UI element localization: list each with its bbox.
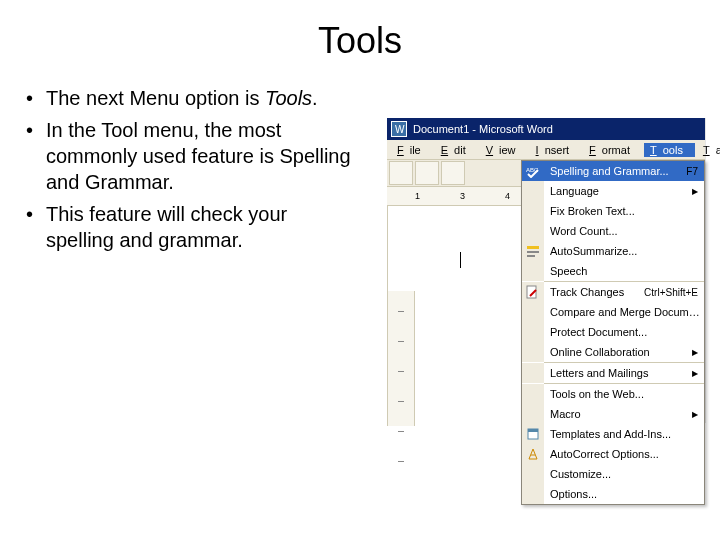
menu-item-customize[interactable]: Customize... [522, 464, 704, 484]
bullet-1: The next Menu option is Tools. [22, 85, 357, 111]
menu-item-macro[interactable]: Macro▶ [522, 404, 704, 424]
toolbar-btn-save[interactable] [441, 161, 465, 185]
menu-item-fix-broken-text[interactable]: Fix Broken Text... [522, 201, 704, 221]
menu-format[interactable]: Format [583, 143, 642, 157]
svg-rect-3 [527, 246, 539, 249]
menu-item-online-collaboration[interactable]: Online Collaboration▶ [522, 342, 704, 362]
menu-file[interactable]: File [391, 143, 433, 157]
menu-item-tools-on-web[interactable]: Tools on the Web... [522, 384, 704, 404]
menu-item-letters-mailings[interactable]: Letters and Mailings▶ [522, 363, 704, 383]
template-icon [526, 427, 540, 441]
word-screenshot: W Document1 - Microsoft Word File Edit V… [387, 118, 706, 423]
word-app-icon: W [391, 121, 407, 137]
toolbar-btn-open[interactable] [415, 161, 439, 185]
menu-item-autosummarize[interactable]: AutoSummarize... [522, 241, 704, 261]
menu-item-speech[interactable]: Speech [522, 261, 704, 281]
slide-body: The next Menu option is Tools. In the To… [22, 85, 357, 259]
svg-rect-4 [527, 251, 539, 253]
svg-rect-8 [528, 429, 538, 432]
bullet-3: This feature will check your spelling an… [22, 201, 357, 253]
menu-item-options[interactable]: Options... [522, 484, 704, 504]
menu-edit[interactable]: Edit [435, 143, 478, 157]
word-title-text: Document1 - Microsoft Word [413, 123, 553, 135]
bullet-2: In the Tool menu, the most commonly used… [22, 117, 357, 195]
menu-tools[interactable]: Tools [644, 143, 695, 157]
word-menubar: File Edit View Insert Format Tools Table… [387, 140, 705, 160]
menu-item-compare-merge[interactable]: Compare and Merge Documents... [522, 302, 704, 322]
menu-view[interactable]: View [480, 143, 528, 157]
menu-item-templates-addins[interactable]: Templates and Add-Ins... [522, 424, 704, 444]
word-titlebar: W Document1 - Microsoft Word [387, 118, 705, 140]
menu-item-track-changes[interactable]: Track Changes Ctrl+Shift+E [522, 282, 704, 302]
text-cursor [460, 252, 461, 268]
menu-item-spelling[interactable]: ABC Spelling and Grammar... F7 [522, 161, 704, 181]
track-changes-icon [526, 285, 540, 299]
menu-table[interactable]: Table [697, 143, 720, 157]
check-abc-icon: ABC [526, 164, 540, 178]
menu-item-autocorrect[interactable]: AutoCorrect Options... [522, 444, 704, 464]
menu-item-language[interactable]: Language▶ [522, 181, 704, 201]
autocorrect-icon [526, 447, 540, 461]
menu-insert[interactable]: Insert [530, 143, 582, 157]
menu-item-word-count[interactable]: Word Count... [522, 221, 704, 241]
svg-text:W: W [395, 124, 405, 135]
toolbar-btn-new[interactable] [389, 161, 413, 185]
tools-dropdown: ABC Spelling and Grammar... F7 Language▶… [521, 160, 705, 505]
autosummarize-icon [526, 244, 540, 258]
slide-title: Tools [0, 20, 720, 62]
vertical-ruler [388, 291, 415, 426]
svg-rect-5 [527, 255, 535, 257]
menu-item-protect-document[interactable]: Protect Document... [522, 322, 704, 342]
